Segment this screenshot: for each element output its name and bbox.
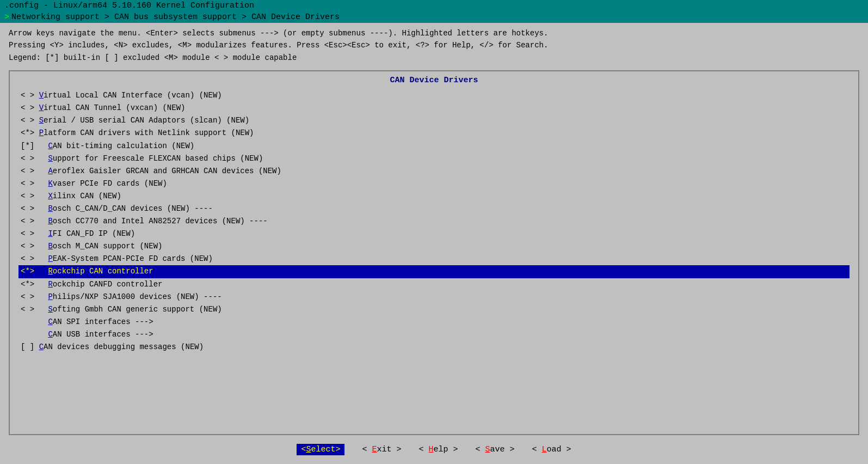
- menu-item-cc770[interactable]: < > Bosch CC770 and Intel AN82527 device…: [19, 215, 849, 228]
- item-prefix: < >: [21, 305, 44, 314]
- item-prefix: < >: [21, 103, 34, 112]
- item-text: CAN devices debugging messages (NEW): [39, 343, 204, 351]
- item-text: Bosch CC770 and Intel AN82527 devices (N…: [48, 217, 267, 225]
- item-text: PEAK-System PCAN-PCIe FD cards (NEW): [48, 254, 212, 263]
- item-prefix: <*>: [21, 280, 44, 289]
- item-prefix: < >: [21, 179, 44, 188]
- item-prefix: < >: [21, 154, 44, 163]
- item-text: Serial / USB serial CAN Adaptors (slcan)…: [39, 116, 249, 125]
- menu-item-xilinx[interactable]: < > Xilinx CAN (NEW): [19, 190, 849, 203]
- menu-items-list: < > Virtual Local CAN Interface (vcan) (…: [19, 89, 849, 353]
- item-prefix: < >: [21, 217, 44, 225]
- item-prefix: < >: [21, 254, 44, 263]
- exit-button[interactable]: < Exit >: [362, 445, 401, 454]
- item-prefix: < >: [21, 242, 44, 251]
- menu-item-slcan[interactable]: < > Serial / USB serial CAN Adaptors (sl…: [19, 114, 849, 127]
- item-text: Rockchip CANFD controller: [48, 280, 162, 289]
- item-text: IFI CAN_FD IP (NEW): [48, 229, 135, 238]
- menu-item-rockchip-can[interactable]: <*> Rockchip CAN controller: [19, 265, 849, 278]
- menu-item-sja1000[interactable]: < > Philips/NXP SJA1000 devices (NEW) --…: [19, 291, 849, 303]
- menu-item-can-spi[interactable]: CAN SPI interfaces --->: [19, 316, 849, 328]
- item-text: Philips/NXP SJA1000 devices (NEW) ----: [48, 292, 221, 301]
- item-prefix: < >: [21, 192, 44, 200]
- item-text: Support for Freescale FLEXCAN based chip…: [48, 154, 263, 163]
- item-text: Virtual CAN Tunnel (vxcan) (NEW): [39, 103, 186, 112]
- breadcrumb-text: Networking support > CAN bus subsystem s…: [11, 13, 340, 22]
- help-line-2: Pressing <Y> includes, <N> excludes, <M>…: [9, 39, 859, 51]
- menu-title: CAN Device Drivers: [19, 76, 849, 85]
- save-button[interactable]: < Save >: [476, 445, 515, 454]
- title-text: .config - Linux/arm64 5.10.160 Kernel Co…: [4, 1, 254, 10]
- menu-item-ccan[interactable]: < > Bosch C_CAN/D_CAN devices (NEW) ----: [19, 203, 849, 215]
- main-window: .config - Linux/arm64 5.10.160 Kernel Co…: [0, 0, 868, 464]
- item-text: Rockchip CAN controller: [48, 267, 153, 276]
- item-text: Virtual Local CAN Interface (vcan) (NEW): [39, 91, 222, 100]
- bottom-buttons: <Select> < Exit > < Help > < Save > < Lo…: [9, 437, 859, 460]
- menu-item-softing[interactable]: < > Softing Gmbh CAN generic support (NE…: [19, 303, 849, 316]
- item-text: Kvaser PCIe FD cards (NEW): [48, 179, 167, 188]
- help-line-1: Arrow keys navigate the menu. <Enter> se…: [9, 27, 859, 39]
- help-line-3: Legend: [*] built-in [ ] excluded <M> mo…: [9, 52, 859, 64]
- item-text: CAN SPI interfaces --->: [48, 318, 153, 326]
- main-area: Arrow keys navigate the menu. <Enter> se…: [0, 23, 868, 464]
- press-text: Press: [297, 41, 319, 50]
- item-text: Softing Gmbh CAN generic support (NEW): [48, 305, 221, 314]
- item-prefix: < >: [21, 229, 44, 238]
- item-text: Bosch M_CAN support (NEW): [48, 242, 162, 251]
- item-prefix: < >: [21, 167, 44, 175]
- item-prefix: < >: [21, 91, 34, 100]
- menu-item-bit-timing[interactable]: [*] CAN bit-timing calculation (NEW): [19, 140, 849, 152]
- item-prefix: < >: [21, 292, 44, 301]
- menu-item-vxcan[interactable]: < > Virtual CAN Tunnel (vxcan) (NEW): [19, 102, 849, 114]
- menu-item-platform-can[interactable]: <*> Platform CAN drivers with Netlink su…: [19, 127, 849, 139]
- menu-item-rockchip-canfd[interactable]: <*> Rockchip CANFD controller: [19, 278, 849, 291]
- item-prefix: [ ]: [21, 343, 34, 351]
- item-text: Platform CAN drivers with Netlink suppor…: [39, 129, 254, 137]
- item-prefix: [21, 318, 44, 326]
- menu-item-mcan[interactable]: < > Bosch M_CAN support (NEW): [19, 240, 849, 253]
- item-prefix: <*>: [21, 267, 44, 276]
- item-text: Xilinx CAN (NEW): [48, 192, 121, 200]
- menu-item-grcan[interactable]: < > Aeroflex Gaisler GRCAN and GRHCAN CA…: [19, 165, 849, 178]
- item-text: CAN USB interfaces --->: [48, 330, 153, 339]
- menu-box: CAN Device Drivers < > Virtual Local CAN…: [9, 70, 859, 435]
- menu-item-kvaser[interactable]: < > Kvaser PCIe FD cards (NEW): [19, 178, 849, 190]
- item-prefix: <*>: [21, 129, 34, 137]
- menu-item-vcan[interactable]: < > Virtual Local CAN Interface (vcan) (…: [19, 89, 849, 102]
- item-text: Bosch C_CAN/D_CAN devices (NEW) ----: [48, 204, 212, 213]
- menu-item-can-usb[interactable]: CAN USB interfaces --->: [19, 328, 849, 341]
- menu-item-ifi[interactable]: < > IFI CAN_FD IP (NEW): [19, 228, 849, 240]
- item-prefix: < >: [21, 204, 44, 213]
- select-button[interactable]: <Select>: [297, 444, 344, 455]
- help-button[interactable]: < Help >: [418, 445, 458, 454]
- menu-item-flexcan[interactable]: < > Support for Freescale FLEXCAN based …: [19, 152, 849, 165]
- item-text: CAN bit-timing calculation (NEW): [48, 142, 194, 150]
- help-text: Arrow keys navigate the menu. <Enter> se…: [9, 27, 859, 64]
- item-prefix: [*]: [21, 142, 44, 150]
- breadcrumb-arrow: >: [4, 13, 9, 22]
- load-button[interactable]: < Load >: [532, 445, 571, 454]
- breadcrumb-bar: > Networking support > CAN bus subsystem…: [0, 11, 868, 23]
- item-prefix: [21, 330, 44, 339]
- menu-item-peak[interactable]: < > PEAK-System PCAN-PCIe FD cards (NEW): [19, 253, 849, 265]
- menu-item-debugging[interactable]: [ ] CAN devices debugging messages (NEW): [19, 341, 849, 353]
- item-text: Aeroflex Gaisler GRCAN and GRHCAN CAN de…: [48, 167, 281, 175]
- item-prefix: < >: [21, 116, 34, 125]
- title-bar: .config - Linux/arm64 5.10.160 Kernel Co…: [0, 0, 868, 11]
